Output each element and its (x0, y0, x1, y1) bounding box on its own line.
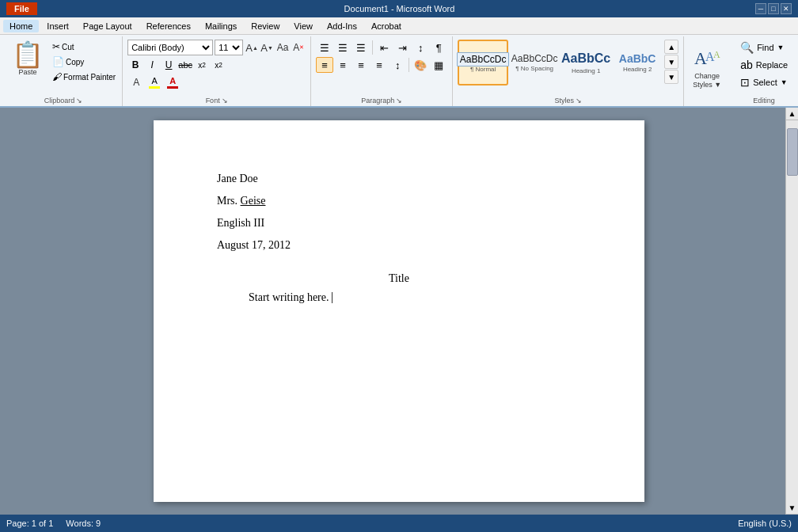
shrink-font-button[interactable]: A▼ (260, 40, 274, 55)
document-page[interactable]: Jane Doe Mrs. Geise English III August 1… (154, 120, 644, 502)
sort-button[interactable]: ↕ (412, 40, 429, 55)
font-section: Calibri (Body) 11 A▲ A▼ Aa A✕ B (123, 36, 311, 106)
line-teacher: Mrs. Geise (217, 190, 581, 212)
find-icon: 🔍 (740, 41, 754, 54)
scroll-down-button[interactable]: ▼ (786, 502, 799, 515)
close-button[interactable]: ✕ (781, 3, 792, 14)
justify-button[interactable]: ≡ (370, 57, 388, 73)
style-heading2-label: Heading 2 (623, 66, 652, 73)
text-effects-button[interactable]: A (127, 74, 145, 90)
vertical-scrollbar[interactable]: ▲ ▼ (785, 108, 798, 515)
grow-font-button[interactable]: A▲ (245, 40, 259, 55)
subscript-button[interactable]: x2 (194, 57, 210, 73)
menu-insert[interactable]: Insert (40, 20, 75, 32)
menu-mailings[interactable]: Mailings (199, 20, 243, 32)
menu-bar: Home Insert Page Layout References Maili… (0, 17, 798, 35)
menu-references[interactable]: References (140, 20, 197, 32)
style-heading2[interactable]: AaBbC Heading 2 (612, 40, 663, 86)
line-class: English III (217, 212, 581, 234)
page-info: Page: 1 of 1 (6, 519, 53, 528)
show-hide-button[interactable]: ¶ (430, 40, 447, 55)
clipboard-expand[interactable]: ↘ (76, 97, 82, 104)
style-no-spacing[interactable]: AaBbCcDc ¶ No Spacing (509, 40, 560, 86)
paste-button[interactable]: 📋 Paste (8, 40, 48, 78)
start-writing: Start writing here. (249, 291, 581, 304)
paragraph-row2: ≡ ≡ ≡ ≡ ↕ 🎨 ▦ (316, 57, 447, 73)
scroll-up-button[interactable]: ▲ (786, 108, 799, 120)
format-painter-button[interactable]: 🖌 Format Painter (49, 70, 119, 84)
cut-icon: ✂ (52, 41, 60, 52)
font-color-button[interactable]: A (164, 74, 181, 90)
find-button[interactable]: 🔍 Find ▼ (735, 40, 793, 55)
paragraph-expand[interactable]: ↘ (396, 97, 402, 104)
styles-gallery: AaBbCcDc ¶ Normal AaBbCcDc ¶ No Spacing … (458, 40, 663, 86)
menu-review[interactable]: Review (245, 20, 286, 32)
cut-button[interactable]: ✂ Cut (49, 40, 119, 54)
divider2 (408, 58, 409, 72)
style-heading1[interactable]: AaBbCc Heading 1 (560, 40, 611, 86)
language-indicator[interactable]: English (U.S.) (738, 519, 792, 528)
style-no-spacing-preview: AaBbCcDc (511, 53, 558, 64)
font-family-select[interactable]: Calibri (Body) (127, 40, 213, 55)
scroll-thumb[interactable] (787, 128, 798, 176)
change-styles-body: A A A ChangeStyles ▼ (689, 38, 725, 95)
font-body: Calibri (Body) 11 A▲ A▼ Aa A✕ B (127, 38, 306, 95)
menu-home[interactable]: Home (3, 20, 39, 32)
superscript-button[interactable]: x2 (211, 57, 226, 73)
font-size-select[interactable]: 11 (215, 40, 243, 55)
minimize-button[interactable]: ─ (755, 3, 766, 14)
copy-button[interactable]: 📄 Copy (49, 55, 119, 69)
text-cursor (332, 292, 332, 303)
align-right-button[interactable]: ≡ (352, 57, 370, 73)
clipboard-body: 📋 Paste ✂ Cut 📄 Copy 🖌 Format Painter (8, 38, 119, 95)
gallery-nav: ▲ ▼ ▼ (664, 40, 678, 84)
menu-view[interactable]: View (287, 20, 319, 32)
multilevel-button[interactable]: ☰ (352, 40, 370, 55)
change-case-button[interactable]: Aa (276, 40, 290, 55)
change-styles-label: ChangeStyles ▼ (693, 72, 721, 89)
strikethrough-button[interactable]: abc (177, 57, 193, 73)
style-normal-preview: AaBbCcDc (457, 52, 510, 66)
align-left-button[interactable]: ≡ (316, 57, 333, 73)
line-spacing-button[interactable]: ↕ (389, 57, 406, 73)
window-controls: ─ □ ✕ (755, 3, 792, 14)
divider1 (372, 40, 373, 55)
menu-page-layout[interactable]: Page Layout (77, 20, 139, 32)
font-expand[interactable]: ↘ (222, 97, 228, 104)
underline-button[interactable]: U (161, 57, 177, 73)
font-controls: Calibri (Body) 11 A▲ A▼ Aa A✕ B (127, 40, 306, 90)
shading-button[interactable]: 🎨 (412, 57, 429, 73)
gallery-down-button[interactable]: ▼ (664, 55, 678, 69)
gallery-up-button[interactable]: ▲ (664, 40, 678, 54)
replace-button[interactable]: ab Replace (735, 57, 793, 73)
gallery-more-button[interactable]: ▼ (664, 70, 678, 84)
menu-addins[interactable]: Add-Ins (321, 20, 363, 32)
clear-formatting-button[interactable]: A✕ (291, 40, 306, 55)
scroll-track[interactable] (786, 120, 799, 502)
editing-section: 🔍 Find ▼ ab Replace ⊡ Select ▼ (730, 36, 798, 106)
format-painter-label: Format Painter (63, 73, 116, 82)
decrease-indent-button[interactable]: ⇤ (375, 40, 393, 55)
italic-button[interactable]: I (144, 57, 160, 73)
change-styles-button[interactable]: A A A ChangeStyles ▼ (689, 40, 725, 93)
styles-expand[interactable]: ↘ (576, 97, 582, 104)
line-date: August 17, 2012 (217, 234, 581, 256)
bold-button[interactable]: B (127, 57, 143, 73)
increase-indent-button[interactable]: ⇥ (393, 40, 411, 55)
borders-button[interactable]: ▦ (430, 57, 447, 73)
window-title: Document1 - Microsoft Word (44, 4, 755, 13)
paragraph-body: ☰ ☰ ☰ ⇤ ⇥ ↕ ¶ ≡ ≡ ≡ ≡ ↕ (316, 38, 447, 95)
word-count: Words: 9 (66, 519, 101, 528)
select-arrow: ▼ (781, 78, 788, 86)
style-normal[interactable]: AaBbCcDc ¶ Normal (458, 40, 508, 86)
bullets-button[interactable]: ☰ (316, 40, 333, 55)
file-button[interactable]: File (6, 2, 37, 15)
numbering-button[interactable]: ☰ (334, 40, 352, 55)
teacher-name: Geise (241, 195, 266, 207)
align-center-button[interactable]: ≡ (334, 57, 352, 73)
font-row1: Calibri (Body) 11 A▲ A▼ Aa A✕ (127, 40, 306, 55)
text-highlight-button[interactable]: A (146, 74, 163, 90)
select-button[interactable]: ⊡ Select ▼ (735, 74, 793, 90)
menu-acrobat[interactable]: Acrobat (365, 20, 408, 32)
maximize-button[interactable]: □ (768, 3, 779, 14)
